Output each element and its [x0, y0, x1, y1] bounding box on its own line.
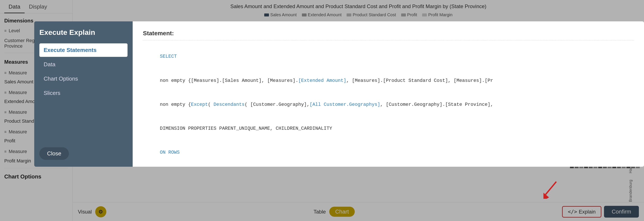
- code-descendants-keyword: Descendants: [214, 102, 244, 107]
- code-line-1: non empty {[Measures].[Sales Amount], [M…: [160, 78, 298, 83]
- code-line-2c: ( [Customer.Geography],: [244, 102, 310, 107]
- code-line-2d: , [Customer.Geography].[State Province],: [380, 102, 493, 107]
- explain-sidebar: Execute Explain Execute Statements Data …: [34, 21, 133, 167]
- code-line-2b: (: [208, 102, 214, 107]
- code-extended-keyword: [Extended Amount]: [298, 78, 346, 83]
- menu-slicers[interactable]: Slicers: [39, 86, 128, 100]
- modal-overlay: Execute Explain Execute Statements Data …: [0, 0, 644, 221]
- menu-execute-statements[interactable]: Execute Statements: [39, 43, 128, 57]
- menu-data[interactable]: Data: [39, 58, 128, 71]
- code-line-3: DIMENSION PROPERTIES PARENT_UNIQUE_NAME,…: [160, 126, 332, 131]
- code-line-1b: , [Measures].[Product Standard Cost], [M…: [346, 78, 494, 83]
- statement-code: SELECT non empty {[Measures].[Sales Amou…: [143, 45, 634, 167]
- arrow-indicator: [544, 177, 560, 200]
- select-keyword: SELECT: [160, 54, 177, 59]
- statement-panel: Statement: SELECT non empty {[Measures].…: [133, 21, 644, 167]
- on-rows-keyword: ON ROWS: [160, 150, 180, 155]
- explain-close-button[interactable]: Close: [39, 147, 69, 160]
- svg-line-1: [546, 182, 556, 195]
- arrow-svg: [544, 177, 560, 199]
- code-except-keyword: Except: [191, 102, 208, 107]
- menu-chart-options[interactable]: Chart Options: [39, 72, 128, 85]
- code-line-2: non empty {: [160, 102, 191, 107]
- explain-sidebar-title: Execute Explain: [39, 28, 128, 36]
- statement-title: Statement:: [143, 30, 634, 40]
- code-all-keyword: [All Customer.Geographys]: [310, 102, 380, 107]
